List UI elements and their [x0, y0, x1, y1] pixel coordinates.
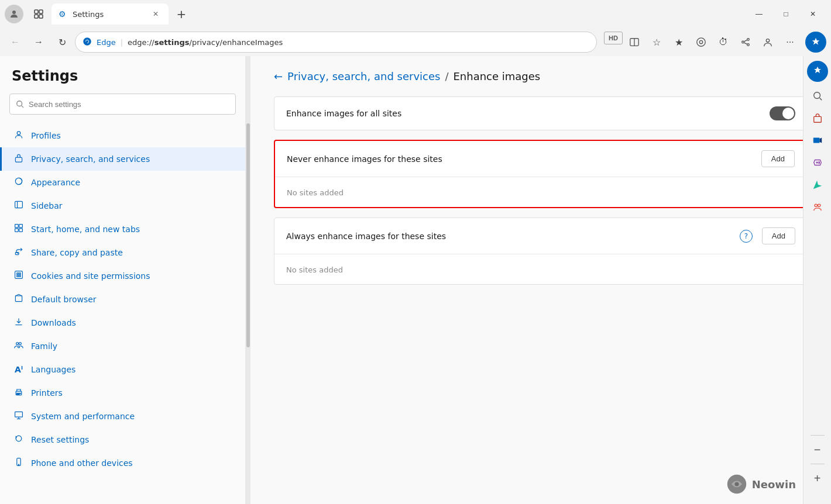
svg-rect-28 [17, 273, 18, 274]
address-bar[interactable]: Edge | edge://settings/privacy/enhanceIm… [75, 32, 597, 53]
hd-icon[interactable]: HD [604, 32, 623, 44]
svg-rect-32 [15, 296, 22, 302]
sidebar-item-share-copy[interactable]: Share, copy and paste [0, 241, 245, 264]
sidebar-item-start-home[interactable]: Start, home, and new tabs [0, 218, 245, 241]
svg-point-7 [697, 38, 705, 46]
always-enhance-header-row: Always enhance images for these sites ? … [274, 218, 807, 254]
sidebar-item-languages[interactable]: Aˡ Languages [0, 358, 245, 381]
svg-rect-23 [19, 225, 23, 228]
languages-label: Languages [31, 365, 75, 374]
edge-sidebar-outlook[interactable] [807, 130, 828, 151]
sidebar-item-default-browser[interactable]: Default browser [0, 288, 245, 311]
svg-point-8 [699, 40, 702, 43]
always-enhance-no-sites: No sites added [286, 265, 343, 274]
favorites-collection-icon[interactable]: ★ [668, 32, 689, 53]
always-enhance-add-button[interactable]: Add [762, 227, 795, 244]
share-copy-label: Share, copy and paste [31, 248, 123, 257]
sidebar-item-family[interactable]: Family [0, 334, 245, 358]
privacy-label: Privacy, search, and services [31, 154, 150, 164]
close-button[interactable]: ✕ [799, 5, 826, 23]
toggle-knob [782, 108, 794, 119]
reset-icon [13, 434, 24, 446]
sidebar-item-reset[interactable]: Reset settings [0, 428, 245, 451]
edge-sidebar-copilot[interactable] [807, 61, 828, 82]
maximize-button[interactable]: □ [772, 5, 799, 23]
share-icon[interactable] [735, 32, 756, 53]
svg-point-57 [734, 482, 739, 486]
svg-rect-3 [35, 15, 38, 18]
address-edge-label: Edge [97, 38, 116, 47]
svg-rect-38 [17, 393, 20, 393]
reset-label: Reset settings [31, 435, 89, 444]
printers-label: Printers [31, 388, 63, 398]
start-home-icon [13, 223, 24, 235]
never-enhance-label: Never enhance images for these sites [287, 154, 761, 164]
sidebar-item-printers[interactable]: Printers [0, 381, 245, 405]
downloads-icon [13, 317, 24, 329]
address-url: edge://settings/privacy/enhanceImages [128, 38, 283, 47]
minimize-button[interactable]: — [746, 5, 772, 23]
breadcrumb-back-button[interactable]: ← [274, 70, 283, 82]
profiles-label: Profiles [31, 131, 61, 140]
edge-sidebar-zoom-out[interactable]: − [807, 439, 828, 460]
svg-point-35 [19, 343, 21, 345]
neowin-watermark: Neowin [726, 474, 796, 495]
sidebar-item-downloads[interactable]: Downloads [0, 311, 245, 334]
back-button[interactable]: ← [5, 32, 26, 53]
svg-point-55 [818, 204, 820, 207]
browser-essentials-icon[interactable] [691, 32, 712, 53]
sidebar-item-appearance[interactable]: Appearance [0, 171, 245, 194]
profile-avatar[interactable] [5, 5, 23, 23]
favorites-icon[interactable]: ☆ [646, 32, 667, 53]
sidebar-item-sidebar[interactable]: Sidebar [0, 194, 245, 218]
settings-search-box[interactable] [9, 94, 236, 115]
copilot-button[interactable] [805, 32, 826, 53]
sidebar-scrollbar-track[interactable] [246, 56, 250, 504]
svg-line-12 [744, 43, 747, 44]
browser-body: Settings Profiles Privacy, search, and s… [0, 56, 831, 504]
always-enhance-help-icon[interactable]: ? [740, 230, 753, 243]
cookies-icon [13, 270, 24, 282]
edge-sidebar-games[interactable] [807, 152, 828, 173]
sidebar-item-phone[interactable]: Phone and other devices [0, 451, 245, 475]
never-enhance-add-button[interactable]: Add [761, 150, 795, 167]
edge-sidebar-search[interactable] [807, 85, 828, 106]
enhance-all-label: Enhance images for all sites [286, 109, 770, 118]
svg-rect-27 [15, 271, 23, 279]
enhance-all-row: Enhance images for all sites [274, 97, 807, 130]
enhance-all-toggle[interactable] [770, 106, 795, 120]
svg-rect-4 [39, 15, 43, 18]
sidebar-item-privacy[interactable]: Privacy, search, and services [0, 147, 245, 171]
edge-sidebar-zoom-in[interactable]: + [807, 468, 828, 489]
history-icon[interactable]: ⏱ [713, 32, 734, 53]
svg-rect-24 [15, 229, 19, 232]
family-label: Family [31, 341, 57, 351]
svg-point-44 [18, 464, 19, 465]
new-tab-button[interactable]: + [171, 4, 192, 25]
tab-manager-icon[interactable] [28, 4, 49, 25]
sidebar-item-system[interactable]: System and performance [0, 405, 245, 428]
sidebar-item-cookies[interactable]: Cookies and site permissions [0, 264, 245, 288]
edge-sidebar-profile2[interactable] [807, 196, 828, 218]
split-screen-icon[interactable] [624, 32, 645, 53]
edge-sidebar-toolbox[interactable] [807, 108, 828, 129]
refresh-button[interactable]: ↻ [51, 32, 73, 53]
breadcrumb: ← Privacy, search, and services / Enhanc… [274, 70, 808, 82]
search-input[interactable] [29, 100, 229, 109]
profile-icon[interactable] [757, 32, 778, 53]
share-copy-icon [13, 247, 24, 258]
forward-button[interactable]: → [28, 32, 49, 53]
sidebar-scrollbar-thumb[interactable] [246, 123, 250, 347]
more-menu-button[interactable]: ··· [780, 32, 801, 53]
svg-rect-47 [813, 116, 821, 122]
settings-tab[interactable]: ⚙ Settings ✕ [51, 4, 169, 25]
breadcrumb-separator: / [445, 70, 448, 82]
search-icon [16, 100, 24, 108]
settings-tab-close[interactable]: ✕ [150, 8, 162, 20]
breadcrumb-link[interactable]: Privacy, search, and services [287, 70, 440, 82]
default-browser-icon [13, 294, 24, 305]
settings-tab-title: Settings [73, 10, 104, 19]
edge-sidebar-maps[interactable] [807, 174, 828, 195]
neowin-text: Neowin [752, 478, 796, 491]
sidebar-item-profiles[interactable]: Profiles [0, 124, 245, 147]
